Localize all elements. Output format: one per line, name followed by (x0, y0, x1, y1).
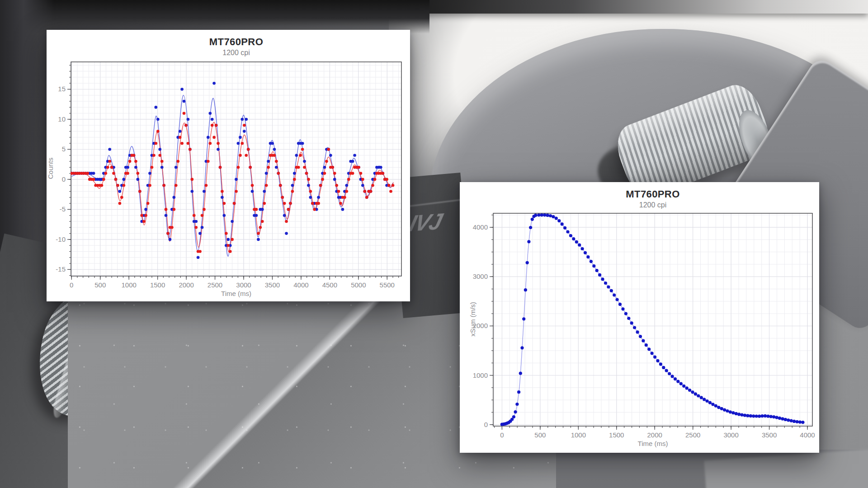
x-tick-label: 500 (534, 431, 546, 439)
series-line-red (71, 122, 393, 252)
x-tick-label: 2500 (208, 281, 222, 289)
x-tick-label: 1500 (150, 281, 165, 289)
series-line-blue (502, 215, 804, 424)
x-tick-label: 2000 (647, 431, 662, 439)
x-tick-label: 1000 (121, 281, 136, 289)
x-tick-label: 2500 (685, 431, 700, 439)
x-tick-label: 4500 (322, 281, 337, 289)
grid (493, 213, 812, 426)
y-tick-label: 0 (484, 421, 488, 428)
mouse-brand-logo: IVJ (405, 206, 467, 243)
y-tick-label: 15 (58, 85, 66, 93)
chart-subtitle: 1200 cpi (71, 49, 401, 57)
x-axis-label: Time (ms) (493, 440, 812, 447)
y-axis-label: xSum (m/s) (469, 278, 476, 360)
counts-plot-area: 0500100015002000250030003500400045005000… (47, 30, 410, 301)
x-tick-label: 5500 (380, 281, 395, 289)
y-tick-label: 5 (62, 145, 66, 153)
y-axis-label: Counts (47, 128, 54, 209)
x-tick-label: 4000 (800, 431, 815, 439)
x-tick-label: 500 (94, 281, 106, 289)
x-tick-label: 4000 (293, 281, 308, 289)
x-tick-label: 1000 (571, 431, 586, 439)
x-tick-label: 2000 (179, 281, 193, 289)
y-tick-label: 10 (58, 115, 66, 123)
xsum-plot-area: 0500100015002000250030003500400001000200… (460, 182, 819, 453)
series-dots-blue (500, 213, 805, 426)
series-group (500, 213, 805, 426)
chart-subtitle: 1200 cpi (493, 201, 812, 209)
chart-window-counts[interactable]: 0500100015002000250030003500400045005000… (47, 30, 410, 301)
photo-dark-corner (0, 0, 429, 33)
y-tick-label: -15 (56, 265, 66, 273)
chart-title: MT760PRO (493, 188, 812, 200)
x-tick-label: 3000 (723, 431, 738, 439)
x-tick-label: 0 (500, 431, 504, 439)
series-dots-blue (70, 82, 390, 259)
y-tick-label: -10 (56, 235, 66, 243)
x-tick-label: 3500 (762, 431, 777, 439)
grid (71, 62, 401, 276)
y-tick-label: 1000 (473, 371, 488, 379)
chart-window-xsum[interactable]: 0500100015002000250030003500400001000200… (460, 182, 819, 453)
chart-title: MT760PRO (71, 36, 401, 48)
x-tick-label: 1500 (609, 431, 624, 439)
x-tick-label: 3000 (236, 281, 251, 289)
axes: 0500100015002000250030003500400001000200… (473, 215, 815, 439)
x-tick-label: 0 (70, 281, 73, 289)
x-axis-label: Time (ms) (71, 290, 401, 297)
x-tick-label: 3500 (265, 281, 280, 289)
x-tick-label: 5000 (351, 281, 366, 289)
y-tick-label: -5 (60, 205, 66, 213)
y-tick-label: 0 (62, 175, 66, 183)
y-tick-label: 4000 (473, 223, 488, 231)
